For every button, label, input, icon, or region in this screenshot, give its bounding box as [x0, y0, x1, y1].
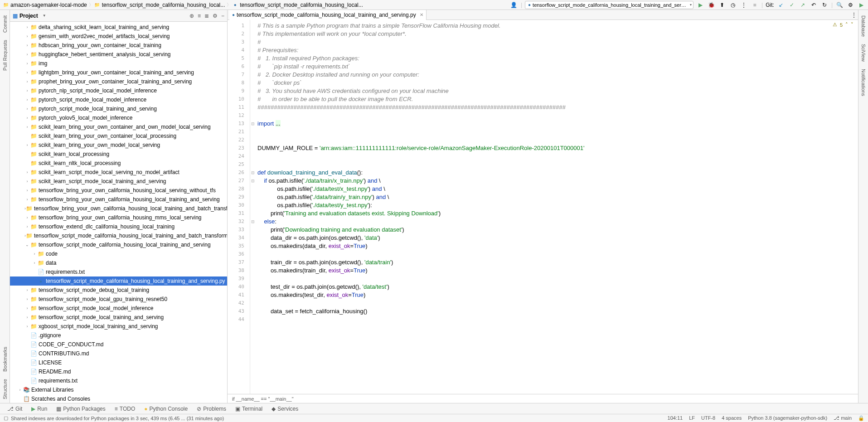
tree-item[interactable]: ›📁delta_sharing_scikit_learn_local_train… [10, 23, 227, 32]
tree-arrow-icon[interactable]: › [24, 107, 30, 111]
tree-item[interactable]: ›📁pytorch_script_mode_local_model_infere… [10, 95, 227, 104]
tree-arrow-icon[interactable]: › [24, 188, 30, 193]
tree-arrow-icon[interactable]: › [24, 61, 30, 66]
breadcrumb-folder[interactable]: tensorflow_script_mode_california_housin… [101, 2, 226, 8]
tree-item[interactable]: 📄CONTRIBUTING.md [10, 349, 227, 358]
tree-arrow-icon[interactable]: › [24, 34, 30, 39]
vcs-push-icon[interactable]: ↗ [799, 1, 807, 9]
tree-arrow-icon[interactable]: › [24, 324, 30, 329]
tree-item[interactable]: ›📁scikit_learn_bring_your_own_model_loca… [10, 141, 227, 150]
more-run-icon[interactable]: ⋮ [740, 1, 748, 9]
status-indent[interactable]: 4 spaces [722, 415, 742, 421]
tree-item[interactable]: ›📁pytorch_nlp_script_mode_local_model_in… [10, 86, 227, 95]
bottom-terminal[interactable]: ▣Terminal [232, 406, 266, 412]
stripe-bookmarks[interactable]: Bookmarks [1, 343, 9, 375]
tree-item[interactable]: ›📁tensorflow_script_mode_local_gpu_train… [10, 295, 227, 304]
tree-item[interactable]: ›📁tensorflow_script_mode_debug_local_tra… [10, 286, 227, 295]
tree-item[interactable]: ›📁tensorflow_bring_your_own_california_h… [10, 195, 227, 204]
panel-settings-icon[interactable]: ⚙ [213, 13, 218, 19]
vcs-history-icon[interactable]: ↶ [810, 1, 818, 9]
tree-arrow-icon[interactable]: › [24, 25, 30, 29]
tree-arrow-icon[interactable]: › [24, 97, 30, 102]
settings-icon[interactable]: ⚙ [846, 1, 854, 9]
stripe-notifications[interactable]: Notifications [860, 65, 867, 100]
tree-item[interactable]: ›📁tensorflow_bring_your_own_california_h… [10, 204, 227, 213]
tree-arrow-icon[interactable]: › [24, 52, 30, 57]
tree-arrow-icon[interactable]: › [24, 79, 30, 84]
tree-arrow-icon[interactable]: › [24, 224, 30, 229]
tree-item[interactable]: ›📁scikit_learn_bring_your_own_container_… [10, 122, 227, 131]
inspection-widget[interactable]: ⚠ 5 ˄ ˅ [833, 22, 853, 28]
status-interpreter[interactable]: Python 3.8 (sagemaker-python-sdk) [748, 415, 827, 421]
tree-arrow-icon[interactable]: › [24, 306, 30, 310]
tree-item[interactable]: 📄.gitignore [10, 331, 227, 340]
vcs-update-icon[interactable]: ↙ [777, 1, 785, 9]
tree-item[interactable]: ›📁tensorflow_script_mode_local_model_inf… [10, 304, 227, 313]
line-gutter[interactable]: 1234567891011121321222324252627282930313… [228, 20, 250, 394]
tree-item[interactable]: ›📁pytorch_script_mode_local_training_and… [10, 104, 227, 113]
breadcrumb-root[interactable]: amazon-sagemaker-local-mode [10, 2, 88, 8]
tree-item[interactable]: 📄requirements.txt [10, 376, 227, 385]
hide-panel-icon[interactable]: − [221, 13, 224, 19]
code-editor[interactable]: ⚠ 5 ˄ ˅ 12345678910111213212223242526272… [228, 20, 858, 394]
bottom-run[interactable]: ▶Run [28, 406, 51, 412]
ide-actions-icon[interactable]: ▶ [857, 1, 865, 9]
tree-item[interactable]: ›📁pytorch_yolov5_local_model_inference [10, 113, 227, 122]
tree-item[interactable]: ›📚External Libraries [10, 385, 227, 394]
tree-arrow-icon[interactable]: › [17, 388, 23, 392]
code-breadcrumb[interactable]: if __name__ == "__main__" [228, 394, 858, 403]
user-icon[interactable]: 👤 [510, 1, 518, 9]
prev-highlight-icon[interactable]: ˄ [845, 22, 848, 28]
tab-list-icon[interactable]: ⋮ [850, 11, 858, 19]
bottom-git[interactable]: ⎇Git [4, 406, 26, 412]
tree-item[interactable]: 📁scikit_learn_bring_your_own_container_l… [10, 131, 227, 141]
stop-button-icon[interactable]: ■ [751, 1, 759, 9]
fold-gutter[interactable]: ⊟⊟⊟⊟ [250, 20, 256, 394]
tree-item[interactable]: ›📁prophet_bring_your_own_container_local… [10, 77, 227, 86]
tree-item[interactable]: ›📁hdbscan_bring_your_own_container_local… [10, 41, 227, 50]
tree-arrow-icon[interactable]: › [32, 252, 37, 256]
collapse-all-icon[interactable]: ≣ [204, 13, 209, 19]
coverage-button-icon[interactable]: ⬆ [718, 1, 726, 9]
tree-item[interactable]: ›📁tensorflow_script_mode_local_training_… [10, 313, 227, 322]
stripe-sciview[interactable]: SciView [860, 40, 867, 65]
tree-item[interactable]: 📁scikit_learn_local_processing [10, 150, 227, 159]
status-lock-icon[interactable]: 🔒 [858, 415, 864, 421]
close-tab-icon[interactable]: ✕ [420, 12, 423, 17]
profile-button-icon[interactable]: ◷ [729, 1, 737, 9]
tree-item[interactable]: ›📁code [10, 249, 227, 258]
status-position[interactable]: 104:11 [668, 415, 683, 421]
tree-item[interactable]: ●tensorflow_script_mode_california_housi… [10, 276, 227, 286]
tree-item[interactable]: 📄LICENSE [10, 358, 227, 367]
vcs-commit-icon[interactable]: ✓ [788, 1, 796, 9]
tree-arrow-icon[interactable]: ⌄ [24, 243, 30, 247]
tree-arrow-icon[interactable]: › [24, 143, 30, 147]
search-everywhere-icon[interactable]: 🔍 [835, 1, 844, 9]
breadcrumb-file[interactable]: tensorflow_script_mode_california_housin… [239, 2, 364, 8]
tree-item[interactable]: ›📁huggingface_hebert_sentiment_analysis_… [10, 50, 227, 59]
tree-arrow-icon[interactable]: › [24, 315, 30, 320]
tree-item[interactable]: ›📁xgboost_script_mode_local_training_and… [10, 322, 227, 331]
debug-button-icon[interactable]: 🐞 [707, 1, 715, 9]
select-opened-file-icon[interactable]: ⊕ [189, 13, 194, 19]
stripe-pull-requests[interactable]: Pull Requests [1, 36, 9, 74]
tree-arrow-icon[interactable]: › [24, 116, 30, 120]
stripe-database[interactable]: Database [860, 12, 867, 40]
editor-tab-active[interactable]: ● tensorflow_script_mode_california_hous… [229, 10, 427, 20]
stripe-structure[interactable]: Structure [1, 375, 9, 403]
tree-item[interactable]: ›📁scikit_learn_script_mode_local_trainin… [10, 177, 227, 186]
tree-item[interactable]: ›📁lightgbm_bring_your_own_container_loca… [10, 68, 227, 77]
tree-item[interactable]: 📄CODE_OF_CONDUCT.md [10, 340, 227, 349]
tree-item[interactable]: ›📁tensorflow_bring_your_own_california_h… [10, 186, 227, 195]
tree-arrow-icon[interactable]: › [32, 261, 37, 265]
bottom-python-console[interactable]: ●Python Console [141, 406, 191, 412]
tree-item[interactable]: 📄requirements.txt [10, 267, 227, 276]
tree-arrow-icon[interactable]: › [24, 197, 30, 202]
tree-item[interactable]: ›📁gensim_with_word2vec_model_artifacts_l… [10, 32, 227, 41]
bottom-todo[interactable]: ≡TODO [111, 406, 139, 412]
tree-arrow-icon[interactable]: › [24, 70, 30, 75]
tree-arrow-icon[interactable]: › [24, 215, 30, 220]
stripe-commit[interactable]: Commit [1, 12, 9, 36]
tree-item[interactable]: ›📁tensorflow_bring_your_own_california_h… [10, 213, 227, 222]
expand-all-icon[interactable]: ≡ [198, 13, 201, 19]
